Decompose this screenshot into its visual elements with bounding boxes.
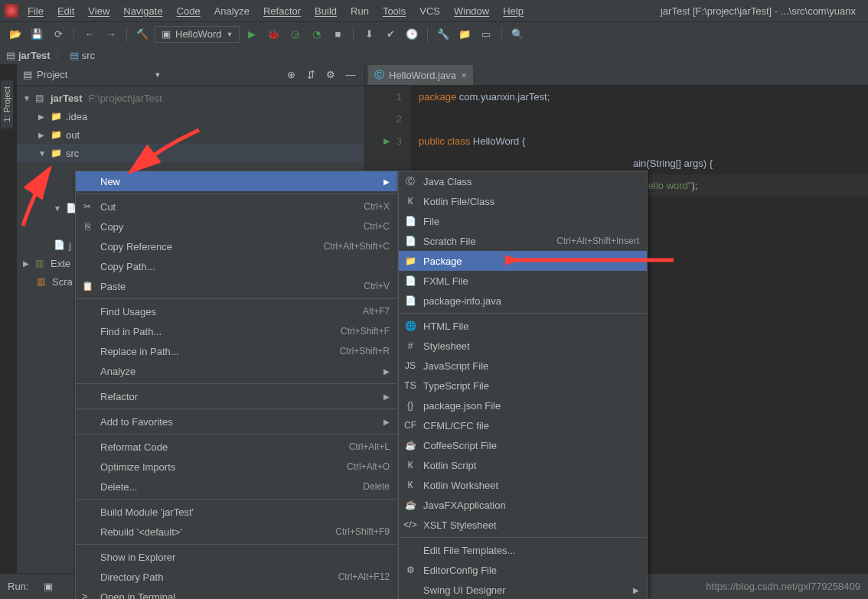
menu-item[interactable]: ☕CoffeeScript File bbox=[399, 435, 647, 455]
menu-item-label: Swing UI Designer bbox=[423, 584, 627, 596]
menu-item-label: XSLT Stylesheet bbox=[423, 519, 639, 531]
sync-icon[interactable]: ⟳ bbox=[49, 25, 67, 44]
menu-item[interactable]: Show in Explorer bbox=[76, 547, 397, 567]
search-icon[interactable]: 🔍 bbox=[508, 25, 527, 44]
menu-vcs[interactable]: VCS bbox=[415, 4, 445, 18]
menu-item[interactable]: Replace in Path...Ctrl+Shift+R bbox=[76, 341, 397, 361]
menu-build[interactable]: Build bbox=[310, 4, 341, 18]
menu-item[interactable]: Copy Path... bbox=[76, 256, 397, 276]
side-tab-project[interactable]: 1: Project bbox=[0, 80, 14, 129]
menu-item[interactable]: Swing UI Designer▶ bbox=[399, 580, 647, 599]
menu-window[interactable]: Window bbox=[449, 4, 494, 18]
menu-item[interactable]: Rebuild '<default>'Ctrl+Shift+F9 bbox=[76, 522, 397, 542]
menu-item[interactable]: CFCFML/CFC file bbox=[399, 415, 647, 435]
coverage-icon[interactable]: ◶ bbox=[286, 25, 304, 44]
run-label[interactable]: Run: bbox=[8, 581, 28, 592]
tree-root[interactable]: ▼▤ jarTest F:\project\jarTest bbox=[17, 89, 364, 107]
run-icon[interactable]: ▶ bbox=[243, 25, 261, 44]
chevron-down-icon[interactable]: ▼ bbox=[155, 71, 162, 79]
menu-item[interactable]: 📄File bbox=[399, 211, 647, 231]
menu-item-label: TypeScript File bbox=[423, 380, 639, 392]
editor-tab[interactable]: Ⓒ HelloWord.java ✕ bbox=[368, 65, 473, 85]
hide-icon[interactable]: — bbox=[343, 67, 358, 83]
tree-out[interactable]: ▶📁 out bbox=[17, 125, 364, 144]
vcs-commit-icon[interactable]: ✔ bbox=[381, 25, 400, 44]
folder-icon: ▤ bbox=[6, 50, 15, 61]
profile-icon[interactable]: ◔ bbox=[307, 25, 325, 44]
menu-item[interactable]: Edit File Templates... bbox=[399, 540, 647, 560]
menu-code[interactable]: Code bbox=[172, 4, 205, 18]
menu-help[interactable]: Help bbox=[498, 4, 528, 18]
menu-item[interactable]: New▶ bbox=[76, 171, 397, 191]
menu-refactor[interactable]: Refactor bbox=[259, 4, 305, 18]
menu-edit[interactable]: Edit bbox=[53, 4, 79, 18]
menu-navigate[interactable]: Navigate bbox=[119, 4, 167, 18]
build-icon[interactable]: 🔨 bbox=[133, 25, 152, 44]
menu-item[interactable]: ⎘CopyCtrl+C bbox=[76, 216, 397, 236]
menu-item[interactable]: Analyze▶ bbox=[76, 361, 397, 381]
back-icon[interactable]: ← bbox=[80, 25, 99, 44]
menu-item[interactable]: Optimize ImportsCtrl+Alt+O bbox=[76, 457, 397, 477]
menu-item[interactable]: КKotlin Script bbox=[399, 455, 647, 475]
menu-item[interactable]: Directory PathCtrl+Alt+F12 bbox=[76, 567, 397, 587]
collapse-icon[interactable]: ⇵ bbox=[303, 67, 318, 83]
menu-file[interactable]: File bbox=[23, 4, 48, 18]
menu-item[interactable]: >_Open in Terminal bbox=[76, 587, 397, 599]
sdk-icon[interactable]: ▭ bbox=[477, 25, 495, 44]
menu-item[interactable]: Find UsagesAlt+F7 bbox=[76, 301, 397, 321]
locate-icon[interactable]: ⊕ bbox=[283, 67, 299, 83]
menu-item[interactable]: #Stylesheet bbox=[399, 336, 647, 356]
menu-item[interactable]: Find in Path...Ctrl+Shift+F bbox=[76, 321, 397, 341]
run-gutter-icon[interactable]: ▶ bbox=[383, 130, 390, 152]
forward-icon[interactable]: → bbox=[102, 25, 120, 44]
shortcut-label: Ctrl+C bbox=[364, 221, 390, 232]
project-structure-icon[interactable]: 📁 bbox=[455, 25, 474, 44]
menu-analyze[interactable]: Analyze bbox=[210, 4, 254, 18]
menu-item[interactable]: КKotlin Worksheet bbox=[399, 475, 647, 495]
tree-idea[interactable]: ▶📁 .idea bbox=[17, 107, 364, 125]
menu-item[interactable]: TSTypeScript File bbox=[399, 376, 647, 396]
menu-item[interactable]: Refactor▶ bbox=[76, 386, 397, 406]
menu-item[interactable]: 📄Scratch FileCtrl+Alt+Shift+Insert bbox=[399, 231, 647, 251]
menu-item[interactable]: ☕JavaFXApplication bbox=[399, 495, 647, 515]
menu-item[interactable]: Build Module 'jarTest' bbox=[76, 502, 397, 522]
breadcrumb-project[interactable]: jarTest bbox=[18, 50, 51, 61]
menu-item[interactable]: 📄package-info.java bbox=[399, 291, 647, 311]
menu-item[interactable]: ⚙EditorConfig File bbox=[399, 560, 647, 580]
gear-icon[interactable]: ⚙ bbox=[323, 67, 338, 83]
menu-item[interactable]: Copy ReferenceCtrl+Alt+Shift+C bbox=[76, 236, 397, 256]
js-icon: JS bbox=[403, 360, 417, 371]
menu-run[interactable]: Run bbox=[346, 4, 374, 18]
tree-src[interactable]: ▼📁 src bbox=[17, 144, 364, 162]
stop-icon[interactable]: ■ bbox=[328, 25, 347, 44]
menu-item[interactable]: 📋PasteCtrl+V bbox=[76, 276, 397, 296]
menu-item[interactable]: 📄FXML File bbox=[399, 271, 647, 291]
breadcrumb-src[interactable]: src bbox=[82, 50, 95, 61]
ec-icon: ⚙ bbox=[403, 565, 417, 575]
menu-item[interactable]: ✂CutCtrl+X bbox=[76, 197, 397, 216]
open-icon[interactable]: 📂 bbox=[6, 25, 24, 44]
menu-tools[interactable]: Tools bbox=[378, 4, 410, 18]
menu-item[interactable]: 🌐HTML File bbox=[399, 316, 647, 336]
new-submenu[interactable]: ⒸJava ClassКKotlin File/Class📄File📄Scrat… bbox=[398, 171, 648, 599]
run-config-selector[interactable]: ▣ HelloWord ▼ bbox=[155, 26, 240, 43]
menu-item[interactable]: {}package.json File bbox=[399, 396, 647, 415]
menu-item[interactable]: 📁Package bbox=[399, 251, 647, 271]
menu-item[interactable]: Add to Favorites▶ bbox=[76, 412, 397, 431]
run-item-icon[interactable]: ▣ bbox=[44, 581, 53, 592]
menu-view[interactable]: View bbox=[83, 4, 114, 18]
menu-item[interactable]: Reformat CodeCtrl+Alt+L bbox=[76, 437, 397, 457]
copy-icon: ⎘ bbox=[80, 221, 94, 232]
menu-item[interactable]: </>XSLT Stylesheet bbox=[399, 515, 647, 535]
settings-icon[interactable]: 🔧 bbox=[434, 25, 452, 44]
context-menu[interactable]: New▶✂CutCtrl+X⎘CopyCtrl+CCopy ReferenceC… bbox=[75, 171, 398, 599]
menu-item[interactable]: JSJavaScript File bbox=[399, 356, 647, 376]
menu-item[interactable]: Delete...Delete bbox=[76, 477, 397, 496]
save-icon[interactable]: 💾 bbox=[28, 25, 46, 44]
menu-item[interactable]: ⒸJava Class bbox=[399, 171, 647, 191]
menu-item[interactable]: КKotlin File/Class bbox=[399, 191, 647, 211]
vcs-update-icon[interactable]: ⬇ bbox=[360, 25, 378, 44]
close-icon[interactable]: ✕ bbox=[461, 71, 467, 80]
vcs-history-icon[interactable]: 🕒 bbox=[403, 25, 421, 44]
debug-icon[interactable]: 🐞 bbox=[264, 25, 282, 44]
